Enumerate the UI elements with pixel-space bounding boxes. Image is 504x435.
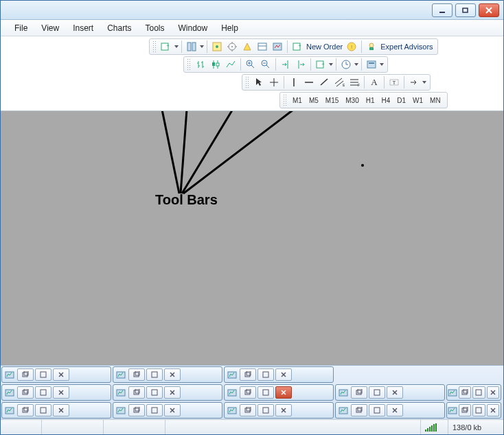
chart-restore-button[interactable] (459, 404, 471, 416)
chart-close-button[interactable] (275, 386, 292, 399)
indicators-dropdown[interactable] (328, 63, 334, 66)
chart-restore-button[interactable] (17, 386, 34, 399)
tf-m15[interactable]: M15 (323, 93, 341, 107)
new-chart-button[interactable]: + (159, 40, 173, 54)
chart-maximize-button[interactable] (146, 386, 163, 399)
chart-maximize-button[interactable] (35, 404, 51, 416)
crosshair-button[interactable] (267, 75, 281, 89)
tf-m1[interactable]: M1 (290, 93, 305, 107)
trendline-button[interactable] (317, 75, 331, 89)
menu-insert[interactable]: Insert (66, 23, 100, 33)
toolbar-grip[interactable] (187, 58, 190, 71)
arrows-button[interactable] (407, 75, 421, 89)
chart-close-button[interactable] (164, 404, 181, 416)
toolbar-grip[interactable] (245, 76, 249, 89)
chart-restore-button[interactable] (240, 404, 256, 416)
auto-scroll-button[interactable] (279, 58, 293, 71)
chart-maximize-button[interactable] (472, 404, 485, 416)
terminal-button[interactable] (255, 40, 269, 54)
new-order-icon[interactable]: + (290, 40, 304, 54)
chart-restore-button[interactable] (459, 386, 471, 399)
equidistant-channel-button[interactable]: E (332, 75, 346, 89)
bar-chart-button[interactable] (194, 58, 207, 71)
chart-restore-button[interactable] (240, 386, 256, 399)
chart-maximize-button[interactable] (257, 368, 274, 381)
chart-close-button[interactable] (275, 404, 292, 416)
tf-d1[interactable]: D1 (394, 93, 409, 107)
market-watch-button[interactable] (210, 40, 224, 54)
strategy-tester-button[interactable] (271, 40, 284, 54)
chart-close-button[interactable] (487, 386, 499, 399)
cursor-button[interactable] (252, 75, 266, 89)
chart-close-button[interactable] (487, 404, 499, 416)
chart-restore-button[interactable] (128, 404, 145, 416)
chart-maximize-button[interactable] (472, 386, 485, 399)
chart-restore-button[interactable] (17, 404, 34, 416)
horizontal-line-button[interactable] (302, 75, 316, 89)
chart-close-button[interactable] (53, 404, 69, 416)
candlestick-button[interactable] (209, 58, 222, 71)
new-order-label[interactable]: New Order (305, 43, 344, 51)
minimize-button[interactable] (432, 3, 453, 17)
arrows-dropdown[interactable] (422, 81, 427, 84)
tf-m30[interactable]: M30 (343, 93, 361, 107)
profiles-button[interactable] (185, 40, 198, 54)
menu-help[interactable]: Help (214, 23, 245, 33)
zoom-out-button[interactable] (259, 58, 273, 71)
tf-w1[interactable]: W1 (410, 93, 426, 107)
chart-maximize-button[interactable] (146, 368, 163, 381)
templates-button[interactable] (365, 58, 378, 71)
chart-close-button[interactable] (275, 368, 292, 381)
chart-maximize-button[interactable] (369, 404, 385, 416)
navigator-button[interactable] (240, 40, 254, 54)
tf-mn[interactable]: MN (427, 93, 444, 107)
periodicity-dropdown[interactable] (354, 63, 359, 66)
chart-restore-button[interactable] (128, 368, 145, 381)
templates-dropdown[interactable] (379, 63, 385, 66)
tf-m5[interactable]: M5 (306, 93, 321, 107)
data-window-button[interactable] (225, 40, 239, 54)
metaquotes-button[interactable]: ! (345, 40, 358, 54)
chart-maximize-button[interactable] (35, 368, 51, 381)
text-button[interactable]: A (367, 75, 381, 89)
chart-maximize-button[interactable] (146, 404, 163, 416)
restore-button[interactable] (455, 3, 476, 17)
chart-restore-button[interactable] (351, 386, 367, 399)
chart-close-button[interactable] (164, 368, 181, 381)
chart-restore-button[interactable] (240, 368, 256, 381)
profiles-dropdown[interactable] (199, 45, 205, 48)
line-chart-button[interactable] (224, 58, 238, 71)
menu-tools[interactable]: Tools (139, 23, 172, 33)
tf-h1[interactable]: H1 (363, 93, 378, 107)
tf-h4[interactable]: H4 (379, 93, 393, 107)
chart-close-button[interactable] (387, 386, 403, 399)
toolbar-grip[interactable] (152, 40, 156, 53)
chart-restore-button[interactable] (128, 386, 145, 399)
chart-restore-button[interactable] (351, 404, 367, 416)
menu-file[interactable]: File (8, 23, 34, 33)
chart-maximize-button[interactable] (35, 386, 51, 399)
fibonacci-button[interactable]: F (347, 75, 361, 89)
menu-charts[interactable]: Charts (100, 23, 138, 33)
chart-shift-button[interactable] (294, 58, 308, 71)
toolbar-grip[interactable] (283, 94, 286, 106)
vertical-line-button[interactable] (287, 75, 301, 89)
chart-maximize-button[interactable] (369, 386, 385, 399)
chart-close-button[interactable] (164, 386, 181, 399)
expert-advisors-label[interactable]: Expert Advisors (379, 43, 434, 51)
expert-advisors-icon[interactable] (365, 40, 378, 54)
chart-maximize-button[interactable] (257, 386, 274, 399)
text-label-button[interactable]: T (387, 75, 401, 89)
new-chart-dropdown[interactable] (174, 45, 179, 48)
menu-window[interactable]: Window (172, 23, 215, 33)
zoom-in-button[interactable] (244, 58, 257, 71)
chart-close-button[interactable] (53, 386, 69, 399)
periodicity-button[interactable] (339, 58, 353, 71)
close-button[interactable] (479, 3, 499, 17)
chart-maximize-button[interactable] (257, 404, 274, 416)
indicators-button[interactable]: + (314, 58, 328, 71)
chart-close-button[interactable] (387, 404, 403, 416)
menu-view[interactable]: View (34, 23, 66, 33)
chart-restore-button[interactable] (17, 368, 34, 381)
chart-close-button[interactable] (53, 368, 69, 381)
